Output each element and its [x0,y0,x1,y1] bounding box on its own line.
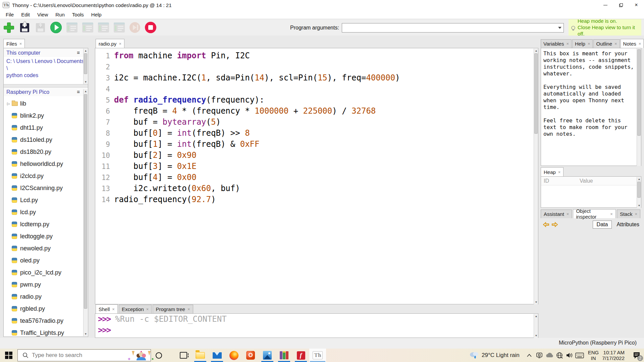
shell-line[interactable]: >>>%Run -c $EDITOR_CONTENT [95,314,538,325]
file-item-dht11-py[interactable]: dht11.py [4,122,88,134]
code-line[interactable]: 9 buf[1] = int(freqB) & 0xFF [95,139,533,150]
file-item-lcd-py[interactable]: Lcd.py [4,194,88,206]
task-view-taskbar-button[interactable] [175,349,192,362]
minimize-button[interactable] [598,0,613,10]
start-button[interactable] [0,349,17,362]
mail-taskbar-button[interactable] [209,349,225,362]
heap-scrollbar[interactable]: ▲▼ [637,177,641,208]
language-indicator[interactable]: ENG IN [588,350,599,361]
file-item-oled-py[interactable]: oled.py [4,254,88,266]
load-button[interactable] [18,21,31,34]
stop-button[interactable] [145,21,157,34]
search-input[interactable] [32,352,116,359]
notes-text[interactable]: This box is meant for your working notes… [543,50,636,144]
backend-label[interactable]: MicroPython (Raspberry Pi Pico) [559,340,637,346]
file-item-helloworldlcd-py[interactable]: helloworldlcd.py [4,158,88,170]
code-line[interactable]: 8 buf[0] = int(freqB) >> 8 [95,128,533,139]
new-file-button[interactable] [3,21,15,34]
back-arrow-icon[interactable] [543,222,549,227]
tab-stack[interactable]: Stack× [617,209,640,218]
close-icon[interactable]: × [567,212,569,216]
tab-heap[interactable]: Heap× [541,167,564,176]
file-item-pico-i2c-lcd-py[interactable]: pico_i2c_lcd.py [4,266,88,279]
shell[interactable]: >>>%Run -c $EDITOR_CONTENT>>> ▲▼ [95,313,538,338]
file-item-lcd-py[interactable]: lcd.py [4,206,88,218]
attributes-button[interactable]: Attributes [616,222,639,228]
code-line[interactable]: 6 freqB = 4 * (frequency * 1000000 + 225… [95,106,533,117]
menu-edit[interactable]: Edit [17,11,34,18]
close-icon[interactable]: × [146,307,149,311]
code-line[interactable]: 12 buf[4] = 0x00 [95,172,533,183]
file-item-newoled-py[interactable]: newoled.py [4,242,88,254]
onedrive-icon[interactable] [544,349,554,362]
menu-file[interactable]: File [2,11,17,18]
photos-taskbar-button[interactable] [259,349,276,362]
close-icon[interactable]: × [19,42,22,46]
show-hidden-icons-button[interactable] [524,349,534,362]
touch-keyboard-icon[interactable] [575,349,585,362]
program-arguments-input[interactable] [342,23,557,32]
network-globe-icon[interactable] [554,349,565,362]
tab-program-tree[interactable]: Program tree× [153,305,193,313]
file-item-lib[interactable]: ▷lib [4,98,88,110]
close-icon[interactable]: × [635,212,637,216]
shell-scrollbar[interactable]: ▲▼ [534,314,538,338]
forward-arrow-icon[interactable] [551,222,558,227]
code-editor[interactable]: 1from machine import Pin, I2C23i2c = mac… [95,48,538,304]
file-item-ds11oled-py[interactable]: ds11oled.py [4,134,88,146]
restore-button[interactable] [613,0,629,10]
f-app-taskbar-button[interactable]: f [292,349,309,362]
notes-scrollbar[interactable] [637,49,641,166]
weather-widget[interactable]: 29°C Light rain [469,351,520,360]
close-icon[interactable]: × [614,42,617,46]
file-item-i2cscanning-py[interactable]: I2CScanning.py [4,182,88,194]
close-icon[interactable]: × [588,42,590,46]
menu-help[interactable]: Help [88,11,105,18]
close-icon[interactable]: × [119,42,121,46]
code-line[interactable]: 7 buf = bytearray(5) [95,117,533,128]
close-button[interactable]: × [629,0,644,10]
expander-icon[interactable]: ▷ [7,102,12,106]
code-line[interactable]: 5def radio_frequency(frequency): [95,95,533,106]
close-icon[interactable]: × [558,170,561,174]
file-item-traffic-lights-py[interactable]: Traffic_Lights.py [4,327,88,339]
file-item-radio-py[interactable]: radio.py [4,291,88,303]
program-arguments-combobox[interactable] [342,23,564,33]
code-line[interactable]: 4 [95,83,533,95]
clock[interactable]: 10:17 AM 7/17/2022 [602,350,625,361]
firefox-taskbar-button[interactable] [225,349,242,362]
tab-shell[interactable]: Shell× [96,304,118,313]
file-item-rgbled-py[interactable]: rgbled.py [4,303,88,315]
code-line[interactable]: 10 buf[2] = 0x90 [95,150,533,161]
code-line[interactable]: 3i2c = machine.I2C(1, sda=Pin(14), scl=P… [95,72,533,83]
tab-files[interactable]: Files× [3,39,25,48]
tab-object-inspector[interactable]: Object inspector× [573,209,615,218]
winrar-taskbar-button[interactable] [276,349,292,362]
meet-now-icon[interactable] [534,349,544,362]
close-icon[interactable]: × [566,42,569,46]
file-item-pwm-py[interactable]: pwm.py [4,279,88,291]
code-area[interactable]: 1from machine import Pin, I2C23i2c = mac… [95,50,533,304]
data-button[interactable]: Data [593,221,612,229]
file-item-ledtoggle-py[interactable]: ledtoggle.py [4,230,88,242]
volume-icon[interactable] [565,349,575,362]
device-scrollbar[interactable]: ▲▼ [83,89,88,336]
file-explorer-taskbar-button[interactable] [192,349,209,362]
run-button[interactable] [50,21,62,34]
tab-radio-py[interactable]: radio.py× [96,39,124,48]
action-center-button[interactable]: 2 [629,349,644,362]
computer-scrollbar[interactable]: ▲▼ [83,49,88,84]
code-line[interactable]: 1from machine import Pin, I2C [95,50,533,61]
code-line[interactable]: 13 i2c.writeto(0x60, buf) [95,183,533,194]
tab-help[interactable]: Help× [572,39,593,48]
editor-scrollbar[interactable]: ▲▼ [534,49,538,304]
tab-notes[interactable]: Notes× [621,39,644,48]
file-item-ds18b20-py[interactable]: ds18b20.py [4,146,88,158]
menu-icon[interactable]: ≡ [77,89,80,95]
menu-view[interactable]: View [34,11,52,18]
notes-panel[interactable]: This box is meant for your working notes… [541,48,641,166]
menu-icon[interactable]: ≡ [77,50,80,55]
close-icon[interactable]: × [187,307,190,311]
tab-outline[interactable]: Outline× [593,39,620,48]
close-icon[interactable]: × [112,307,115,311]
